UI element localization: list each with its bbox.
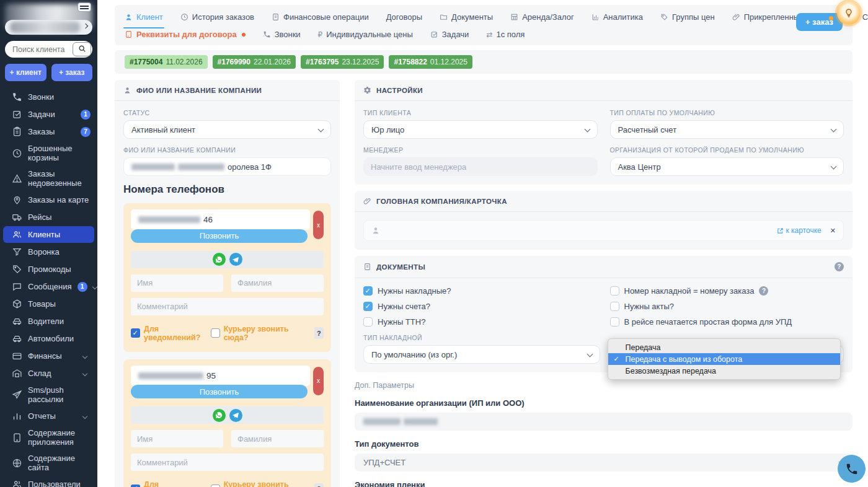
call-fab-button[interactable]	[838, 455, 866, 483]
tips-lightbulb-button[interactable]	[837, 1, 861, 25]
tab-price-groups[interactable]: Группы цен	[660, 12, 715, 22]
close-icon[interactable]	[830, 227, 836, 235]
dropdown-option[interactable]: Передача	[608, 341, 841, 353]
need-invoices-checkbox[interactable]: Нужны накладные?	[363, 286, 598, 296]
sidebar-item-clients[interactable]: Клиенты	[3, 226, 94, 243]
dropdown-option-selected[interactable]: Передача с выводом из оборота	[608, 353, 841, 365]
sidebar-item-orders-map[interactable]: Заказы на карте	[3, 191, 94, 208]
last-name-input[interactable]	[231, 274, 324, 292]
comment-input[interactable]	[131, 298, 324, 315]
tab-1c-fields[interactable]: ⇄ 1с поля	[486, 30, 525, 39]
organization-select[interactable]: Аква Центр	[610, 157, 844, 176]
order-badge[interactable]: #1758822 01.12.2025	[389, 55, 472, 69]
phone-number-input[interactable]: 46	[131, 209, 310, 230]
last-name-input[interactable]	[231, 430, 324, 447]
tab-analytics[interactable]: Аналитика	[591, 12, 643, 22]
need-ttn-checkbox[interactable]: Нужны ТТН?	[363, 317, 598, 327]
checkbox-checked[interactable]	[131, 485, 140, 487]
whatsapp-icon[interactable]	[213, 253, 226, 266]
sidebar-item-reports[interactable]: Отчеты	[3, 408, 94, 424]
status-select[interactable]: Активный клиент	[123, 120, 331, 139]
add-client-button[interactable]: + клиент	[5, 64, 46, 81]
delete-phone-button[interactable]: x	[313, 367, 324, 395]
help-icon[interactable]	[314, 483, 324, 487]
telegram-icon[interactable]	[229, 409, 242, 422]
checkbox-checked[interactable]	[131, 328, 140, 338]
tab-rent-deposit[interactable]: Аренда/Залог	[510, 12, 574, 22]
courier-checkbox[interactable]: Курьеру звонить сюда?	[211, 325, 324, 342]
call-button[interactable]: Позвонить	[131, 229, 308, 243]
checkbox-unchecked[interactable]	[211, 485, 220, 487]
sidebar-item-users[interactable]: Пользователи	[3, 476, 94, 487]
sidebar-item-app-content[interactable]: Содержание приложения	[3, 425, 94, 450]
whatsapp-icon[interactable]	[213, 409, 226, 422]
sidebar-item-cars[interactable]: Автомобили	[3, 330, 94, 347]
checkbox-unchecked[interactable]	[610, 302, 619, 311]
checkbox-checked[interactable]	[363, 286, 373, 296]
need-acts-checkbox[interactable]: Нужны акты?	[610, 302, 844, 311]
need-bills-checkbox[interactable]: Нужны счета?	[363, 302, 598, 311]
invoice-equals-order-checkbox[interactable]: Номер накладной = номеру заказа	[610, 286, 844, 296]
sidebar-item-orders[interactable]: Заказы 7	[3, 123, 94, 140]
org-name-input[interactable]	[355, 413, 852, 431]
comment-input[interactable]	[131, 454, 324, 471]
sidebar-item-sms-push[interactable]: Sms/push рассылки	[3, 382, 94, 407]
sidebar-item-warehouse[interactable]: Склад	[3, 365, 94, 382]
invoice-type-select[interactable]: По умолчанию (из орг.)	[363, 345, 600, 364]
client-type-select[interactable]: Юр лицо	[363, 120, 598, 139]
checkbox-checked[interactable]	[363, 302, 373, 311]
tab-contract-details[interactable]: Реквизиты для договора	[125, 30, 246, 39]
add-order-button[interactable]: + заказ	[51, 64, 93, 81]
payment-type-select[interactable]: Расчетный счет	[610, 120, 844, 139]
tab-tasks[interactable]: Задачи	[430, 30, 469, 39]
checkbox-unchecked[interactable]	[610, 286, 619, 296]
sidebar-item-drivers[interactable]: Водители	[3, 313, 94, 330]
sidebar-item-funnel[interactable]: Воронка	[3, 244, 94, 260]
order-badge[interactable]: #1769990 22.01.2026	[213, 55, 296, 69]
courier-checkbox[interactable]: Курьеру звонить сюда?	[211, 480, 324, 487]
sidebar-item-abandoned-carts[interactable]: Брошенные корзины	[3, 141, 94, 165]
first-name-input[interactable]	[131, 274, 223, 292]
tab-individual-prices[interactable]: ₽ Индивидуальные цены	[318, 30, 413, 39]
notify-checkbox[interactable]: Для уведомлений?	[131, 480, 211, 487]
phone-number-input[interactable]: 95	[131, 366, 310, 386]
dropdown-option[interactable]: Безвозмездная передача	[608, 365, 841, 377]
first-name-input[interactable]	[131, 430, 223, 447]
company-selector[interactable]	[5, 20, 92, 35]
sidebar-item-trips[interactable]: Рейсы	[3, 209, 94, 226]
sidebar-item-tasks[interactable]: Задачи 1	[3, 106, 94, 123]
order-badge[interactable]: #1763795 23.12.2025	[301, 55, 384, 69]
sidebar-item-site-content[interactable]: Содержание сайта	[3, 450, 94, 475]
to-card-link[interactable]: к карточке	[777, 226, 822, 235]
sidebar-item-messages[interactable]: Сообщения 1	[3, 278, 94, 295]
tab-order-history[interactable]: История заказов	[180, 12, 254, 22]
fio-input[interactable]: оролева 1Ф	[123, 157, 331, 176]
checkbox-unchecked[interactable]	[610, 317, 619, 327]
call-button[interactable]: Позвонить	[131, 385, 308, 398]
help-icon[interactable]	[314, 327, 324, 339]
search-input[interactable]	[12, 45, 73, 54]
doc-type-select[interactable]: УПД+СЧЕТ	[355, 454, 852, 472]
tab-documents[interactable]: Документы	[440, 12, 493, 22]
sidebar-item-finance[interactable]: Финансы	[3, 348, 94, 364]
sidebar-item-undelivered[interactable]: Заказы недовезенные	[3, 166, 94, 191]
sidebar-item-promocodes[interactable]: Промокоды	[3, 261, 94, 278]
order-badge[interactable]: #1775004 11.02.2026	[125, 55, 208, 69]
upd-simple-form-checkbox[interactable]: В рейсе печатается простая форма для УПД	[610, 317, 844, 327]
search-button[interactable]	[73, 42, 91, 56]
tab-contracts[interactable]: Договоры	[386, 12, 422, 22]
telegram-icon[interactable]	[229, 253, 242, 266]
tab-financial-operations[interactable]: Финансовые операции	[272, 12, 369, 22]
manager-input[interactable]	[371, 162, 590, 172]
tab-calls[interactable]: Звонки	[263, 30, 301, 39]
notify-checkbox[interactable]: Для уведомлений?	[131, 325, 211, 342]
tab-client[interactable]: Клиент	[125, 12, 163, 22]
sidebar-collapse-icon[interactable]	[78, 2, 91, 12]
sidebar-item-products[interactable]: Товары	[3, 296, 94, 312]
checkbox-unchecked[interactable]	[211, 328, 220, 338]
delete-phone-button[interactable]: x	[313, 211, 324, 239]
help-icon[interactable]	[759, 286, 768, 296]
sidebar-item-calls[interactable]: Звонки	[3, 89, 94, 105]
checkbox-unchecked[interactable]	[363, 317, 373, 327]
help-icon[interactable]	[835, 262, 844, 271]
